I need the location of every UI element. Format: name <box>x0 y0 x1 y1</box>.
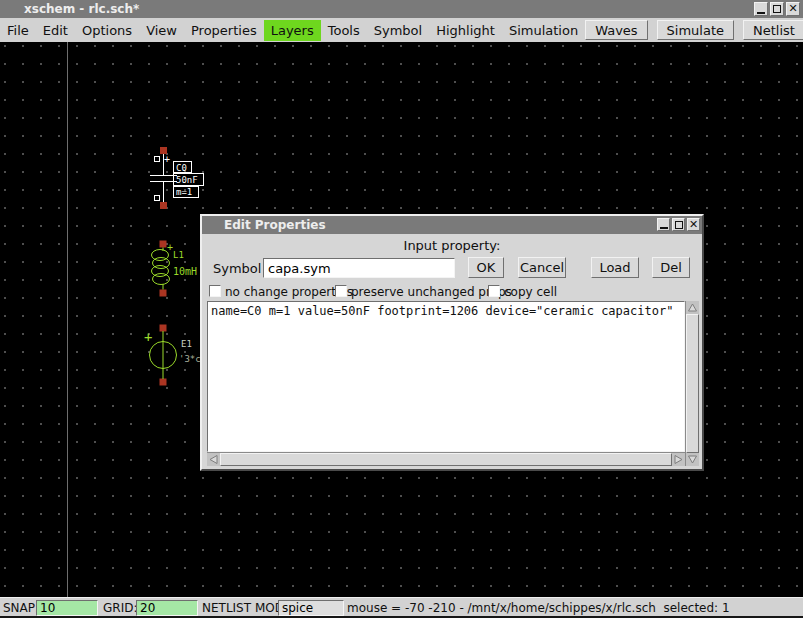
snap-label: SNAP: <box>3 601 39 615</box>
dialog-maximize-button[interactable] <box>672 218 685 231</box>
inductor-coil <box>152 250 170 285</box>
menu-item-properties[interactable]: Properties <box>184 20 264 41</box>
source-plus-sign: + <box>144 329 152 345</box>
ok-button[interactable]: OK <box>468 257 504 278</box>
source-value-label[interactable]: '3*c <box>179 354 201 364</box>
window-controls: ✕ <box>754 2 800 16</box>
menu-item-view[interactable]: View <box>139 20 184 41</box>
dialog-maximize-icon <box>675 221 683 229</box>
edit-properties-dialog: Edit Properties ✕ Input property: Symbol… <box>200 214 704 471</box>
menubar-buttons: Waves Simulate Netlist Help <box>585 20 803 40</box>
minimize-button[interactable] <box>754 2 768 16</box>
source-pin-top[interactable] <box>160 325 167 332</box>
capacitor-value-label[interactable]: 50nF <box>176 175 198 185</box>
dialog-controls: ✕ <box>657 218 700 231</box>
xschem-window: xschem - rlc.sch* ✕ File Edit Options Vi… <box>0 0 803 618</box>
property-text-widget: name=C0 m=1 value=50nF footprint=1206 de… <box>207 301 699 466</box>
scroll-down-button[interactable] <box>686 453 699 466</box>
simulate-button[interactable]: Simulate <box>657 20 734 40</box>
scroll-down-icon <box>687 454 698 465</box>
dialog-close-button[interactable]: ✕ <box>687 218 700 231</box>
vertical-scrollbar[interactable] <box>685 301 699 466</box>
source-pin-bottom[interactable] <box>160 379 167 386</box>
snap-input[interactable] <box>36 600 98 616</box>
capacitor-pin-top[interactable] <box>160 147 167 154</box>
close-icon: ✕ <box>788 4 797 14</box>
mouse-status-text: mouse = -70 -210 - /mnt/x/home/schippes/… <box>347 601 730 615</box>
preserve-unchanged-props-checkbox[interactable] <box>335 285 347 297</box>
scroll-right-icon <box>673 454 684 465</box>
maximize-icon <box>773 5 781 13</box>
inductor-value-label[interactable]: 10mH <box>173 266 197 277</box>
netlist-button[interactable]: Netlist <box>743 20 803 40</box>
grid-input[interactable] <box>136 600 198 616</box>
maximize-button[interactable] <box>770 2 784 16</box>
dialog-minimize-icon <box>660 227 668 229</box>
menu-item-file[interactable]: File <box>0 20 36 41</box>
capacitor-pinbox-bottom <box>155 196 160 201</box>
minimize-icon <box>757 12 765 14</box>
property-textarea[interactable]: name=C0 m=1 value=50nF footprint=1206 de… <box>207 301 685 452</box>
symbol-row: Symbol OK Cancel Load Del <box>202 255 702 283</box>
checkbox-row: no change properties preserve unchanged … <box>202 283 702 301</box>
menu-item-highlight[interactable]: Highlight <box>429 20 502 41</box>
menu-item-layers[interactable]: Layers <box>264 20 321 41</box>
menubar: File Edit Options View Properties Layers… <box>0 18 803 42</box>
scroll-up-button[interactable] <box>686 301 699 314</box>
inductor-pin-bottom[interactable] <box>160 290 167 297</box>
window-title: xschem - rlc.sch* <box>0 2 139 16</box>
netlist-mode-input[interactable] <box>278 600 344 616</box>
capacitor-ref-label[interactable]: C0 <box>176 163 187 173</box>
window-titlebar: xschem - rlc.sch* ✕ <box>0 0 803 18</box>
input-property-label: Input property: <box>202 234 702 255</box>
inductor-component[interactable]: + L1 10mH <box>152 241 198 297</box>
dialog-title: Edit Properties <box>202 218 326 232</box>
capacitor-pinbox-top <box>155 157 160 162</box>
capacitor-mult-label[interactable]: m=1 <box>176 187 192 197</box>
capacitor-component[interactable]: + C0 50nF m=1 <box>150 147 204 209</box>
inductor-pin-top[interactable] <box>160 241 167 248</box>
scroll-left-button[interactable] <box>207 453 220 466</box>
menu-item-options[interactable]: Options <box>75 20 139 41</box>
dialog-close-icon: ✕ <box>689 220 698 230</box>
waves-button[interactable]: Waves <box>585 20 647 40</box>
symbol-label: Symbol <box>213 261 261 276</box>
source-component[interactable]: + E1 '3*c <box>144 325 201 386</box>
dialog-minimize-button[interactable] <box>657 218 670 231</box>
statusbar: SNAP: GRID: NETLIST MODE: mouse = -70 -2… <box>0 597 803 618</box>
symbol-input[interactable] <box>263 258 455 278</box>
vertical-scroll-thumb[interactable] <box>686 314 699 453</box>
load-button[interactable]: Load <box>591 257 639 278</box>
copy-cell-checkbox[interactable] <box>488 285 500 297</box>
dialog-titlebar[interactable]: Edit Properties ✕ <box>202 216 702 234</box>
close-button[interactable]: ✕ <box>786 2 800 16</box>
menu-item-edit[interactable]: Edit <box>36 20 75 41</box>
no-change-properties-checkbox[interactable] <box>209 285 221 297</box>
cancel-button[interactable]: Cancel <box>518 257 566 278</box>
grid-label: GRID: <box>103 601 137 615</box>
del-button[interactable]: Del <box>652 257 690 278</box>
scroll-right-button[interactable] <box>672 453 685 466</box>
canvas-axis-line <box>67 42 68 597</box>
horizontal-scrollbar[interactable] <box>207 452 685 466</box>
scroll-up-icon <box>687 302 698 313</box>
copy-cell-label: copy cell <box>504 285 557 299</box>
inductor-ref-label[interactable]: L1 <box>173 250 184 260</box>
horizontal-scroll-thumb[interactable] <box>220 453 672 466</box>
menu-item-simulation[interactable]: Simulation <box>502 20 585 41</box>
menu-item-symbol[interactable]: Symbol <box>367 20 429 41</box>
source-ref-label[interactable]: E1 <box>181 339 192 349</box>
capacitor-pin-bottom[interactable] <box>160 202 167 209</box>
menu-item-tools[interactable]: Tools <box>321 20 367 41</box>
no-change-properties-label: no change properties <box>225 285 353 299</box>
capacitor-plus-sign: + <box>164 154 170 165</box>
scroll-left-icon <box>208 454 219 465</box>
